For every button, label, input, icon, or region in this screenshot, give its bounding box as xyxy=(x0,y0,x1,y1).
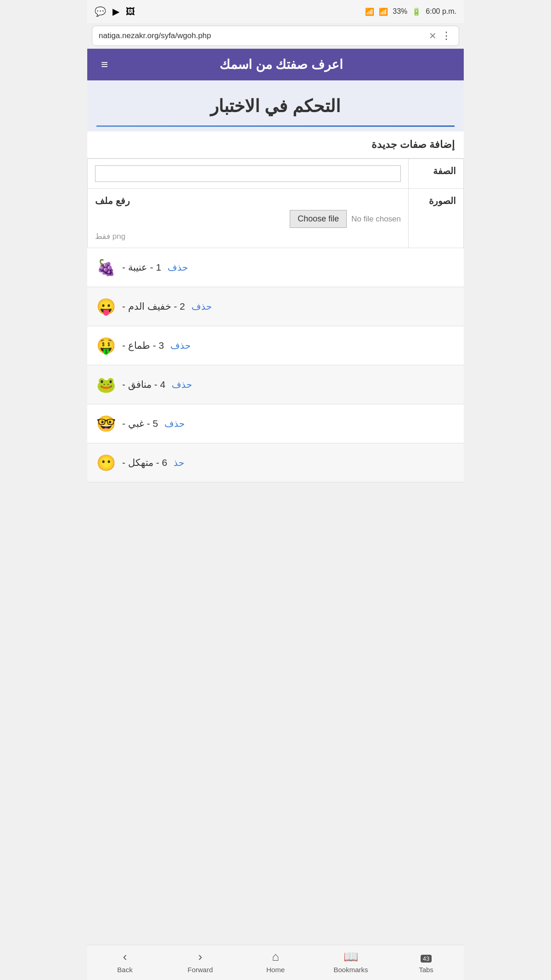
item-text-1: 1 - عنيبة - xyxy=(122,262,161,273)
item-text-6: 6 - متهكل - xyxy=(122,457,167,468)
sora-row: الصورة رفع ملف Choose file No file chose… xyxy=(88,189,464,248)
sifa-label: الصفة xyxy=(409,159,464,189)
delete-link-4[interactable]: حذف xyxy=(172,379,192,390)
items-list: حذف 1 - عنيبة - 🍇 حذف 2 - خفيف الدم - 😛 … xyxy=(87,248,464,482)
status-left-icons: 💬 ▶ 🖼 xyxy=(95,6,135,17)
status-right-info: 📶 📶 33% 🔋 6:00 p.m. xyxy=(365,7,456,16)
header-bar: اعرف صفتك من اسمك ≡ xyxy=(87,49,464,80)
upload-row: رفع ملف Choose file No file chosen png ف… xyxy=(95,195,401,241)
battery-icon: 🔋 xyxy=(412,7,421,16)
item-emoji-2: 😛 xyxy=(96,297,116,316)
file-input-row: Choose file No file chosen xyxy=(95,210,401,228)
list-item: حذف 2 - خفيف الدم - 😛 xyxy=(87,287,464,326)
delete-link-6[interactable]: حذ xyxy=(174,457,184,468)
list-item: حذف 4 - منافق - 🐸 xyxy=(87,365,464,404)
form-section: إضافة صفات جديدة الصفة الصورة رفع ملف Ch… xyxy=(87,131,464,248)
time-text: 6:00 p.m. xyxy=(426,7,456,16)
divider xyxy=(96,125,455,127)
hamburger-menu-icon[interactable]: ≡ xyxy=(101,57,108,72)
item-emoji-1: 🍇 xyxy=(96,258,116,277)
item-emoji-4: 🐸 xyxy=(96,375,116,394)
url-text: natiga.nezakr.org/syfa/wgoh.php xyxy=(99,31,424,40)
status-bar: 💬 ▶ 🖼 📶 📶 33% 🔋 6:00 p.m. xyxy=(87,0,464,23)
site-title: اعرف صفتك من اسمك xyxy=(108,57,455,72)
address-bar[interactable]: natiga.nezakr.org/syfa/wgoh.php ✕ ⋮ xyxy=(92,26,459,46)
page-title: التحكم في الاختبار xyxy=(96,91,455,125)
page-title-section: التحكم في الاختبار xyxy=(87,80,464,131)
youtube-icon: ▶ xyxy=(112,6,119,17)
close-tab-icon[interactable]: ✕ xyxy=(429,30,437,41)
form-table: الصفة الصورة رفع ملف Choose file No file… xyxy=(87,159,464,248)
png-note: png فقط xyxy=(95,232,125,241)
list-item: حذ 6 - متهكل - 😶 xyxy=(87,443,464,482)
item-text-5: 5 - غبي - xyxy=(122,418,158,429)
sifa-input[interactable] xyxy=(95,165,401,182)
item-text-3: 3 - طماع - xyxy=(122,340,164,351)
battery-text: 33% xyxy=(393,7,407,16)
sora-label: الصورة xyxy=(409,189,464,248)
item-emoji-5: 🤓 xyxy=(96,414,116,433)
sora-input-cell: رفع ملف Choose file No file chosen png ف… xyxy=(88,189,409,248)
sifa-row: الصفة xyxy=(88,159,464,189)
delete-link-1[interactable]: حذف xyxy=(168,262,188,273)
no-file-text: No file chosen xyxy=(351,215,401,224)
delete-link-5[interactable]: حذف xyxy=(164,418,185,429)
item-emoji-6: 😶 xyxy=(96,453,116,472)
item-text-2: 2 - خفيف الدم - xyxy=(122,301,185,312)
item-text-4: 4 - منافق - xyxy=(122,379,165,390)
delete-link-3[interactable]: حذف xyxy=(170,340,191,351)
list-item: حذف 5 - غبي - 🤓 xyxy=(87,404,464,443)
delete-link-2[interactable]: حذف xyxy=(191,301,212,312)
signal-icon: 📶 xyxy=(379,7,388,16)
sifa-input-cell xyxy=(88,159,409,189)
list-item: حذف 3 - طماع - 🤑 xyxy=(87,326,464,365)
choose-file-button[interactable]: Choose file xyxy=(290,210,347,228)
image-icon: 🖼 xyxy=(126,6,135,17)
item-emoji-3: 🤑 xyxy=(96,336,116,355)
list-item: حذف 1 - عنيبة - 🍇 xyxy=(87,248,464,287)
more-options-icon[interactable]: ⋮ xyxy=(441,30,452,42)
whatsapp-icon: 💬 xyxy=(95,6,106,17)
wifi-icon: 📶 xyxy=(365,7,374,16)
form-section-header: إضافة صفات جديدة xyxy=(87,131,464,159)
upload-label: رفع ملف xyxy=(95,195,130,206)
